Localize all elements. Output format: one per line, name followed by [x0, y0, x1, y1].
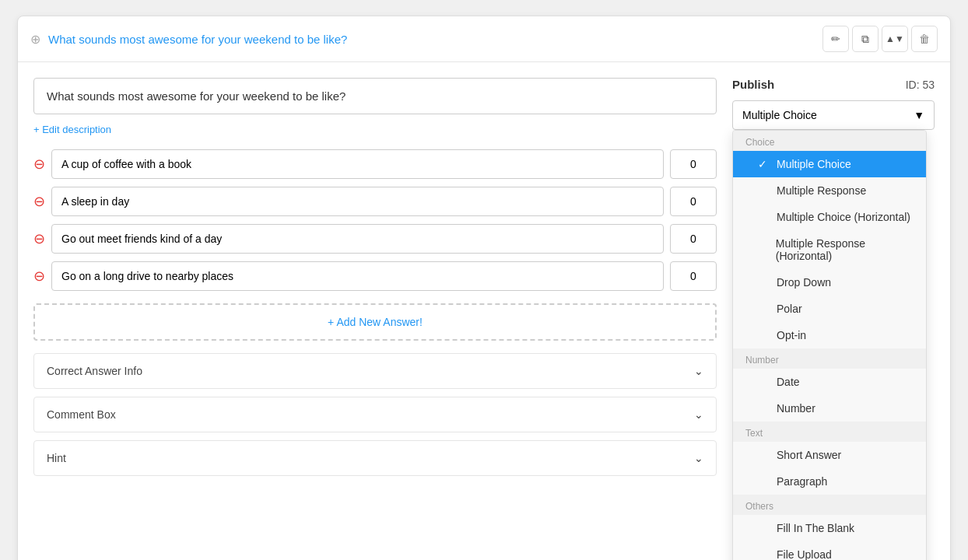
answer-row: ⊖: [33, 149, 717, 179]
sections: Correct Answer Info ⌄ Comment Box ⌄ Hint…: [33, 353, 717, 476]
dropdown-item-short-answer[interactable]: Short Answer: [733, 442, 926, 468]
section-label: Hint: [47, 452, 66, 464]
remove-answer-button[interactable]: ⊖: [33, 232, 45, 246]
copy-button[interactable]: ⧉: [852, 26, 879, 52]
dropdown-item-multiple-choice[interactable]: ✓ Multiple Choice: [733, 151, 926, 177]
answer-text-input[interactable]: [51, 149, 664, 179]
add-answer-button[interactable]: + Add New Answer!: [33, 303, 717, 341]
edit-description-link[interactable]: + Edit description: [33, 124, 111, 135]
question-card: ⊕ What sounds most awesome for your week…: [17, 16, 951, 560]
remove-answer-button[interactable]: ⊖: [33, 269, 45, 283]
answer-text-input[interactable]: [51, 224, 664, 254]
answer-row: ⊖: [33, 261, 717, 291]
dropdown-item-multiple-response-horizontal[interactable]: Multiple Response (Horizontal): [733, 230, 926, 269]
dropdown-item-label: Polar: [777, 303, 802, 315]
dropdown-item-fill-in-the-blank[interactable]: Fill In The Blank: [733, 515, 926, 541]
answers-list: ⊖ ⊖ ⊖ ⊖: [33, 149, 717, 291]
dropdown-item-label: Multiple Choice: [777, 158, 851, 170]
dropdown-group-label: Text: [733, 422, 926, 442]
dropdown-item-label: Number: [777, 402, 815, 415]
dropdown-group-label: Choice: [733, 131, 926, 151]
dropdown-item-label: File Upload: [777, 548, 832, 560]
answer-score-input[interactable]: [670, 149, 717, 179]
chevron-down-icon: ⌄: [694, 365, 703, 377]
chevron-down-icon: ⌄: [694, 452, 703, 464]
dropdown-item-drop-down[interactable]: Drop Down: [733, 269, 926, 296]
dropdown-selected-value: Multiple Choice: [742, 109, 817, 121]
dropdown-trigger[interactable]: Multiple Choice ▼: [732, 100, 935, 130]
header-left: ⊕ What sounds most awesome for your week…: [30, 32, 347, 47]
question-type-dropdown[interactable]: Multiple Choice ▼ Choice ✓ Multiple Choi…: [732, 100, 935, 560]
section-label: Correct Answer Info: [47, 365, 142, 377]
answer-score-input[interactable]: [670, 187, 717, 216]
publish-header: Publish ID: 53: [732, 78, 935, 91]
dropdown-arrow-icon: ▼: [914, 109, 924, 121]
collapsible-section[interactable]: Comment Box ⌄: [33, 397, 717, 432]
answer-score-input[interactable]: [670, 261, 717, 291]
sidebar: Publish ID: 53 Multiple Choice ▼ Choice …: [732, 78, 935, 560]
dropdown-item-multiple-response[interactable]: Multiple Response: [733, 177, 926, 204]
remove-answer-button[interactable]: ⊖: [33, 157, 45, 171]
remove-answer-button[interactable]: ⊖: [33, 194, 45, 208]
answer-row: ⊖: [33, 187, 717, 216]
drag-icon: ⊕: [30, 32, 40, 47]
main-content: + Edit description ⊖ ⊖ ⊖ ⊖ + Add New Ans…: [33, 78, 717, 560]
dropdown-item-label: Date: [777, 376, 800, 388]
collapsible-section[interactable]: Correct Answer Info ⌄: [33, 353, 717, 389]
collapsible-section[interactable]: Hint ⌄: [33, 440, 717, 476]
question-input[interactable]: [33, 78, 717, 114]
answer-text-input[interactable]: [51, 261, 664, 291]
dropdown-menu: Choice ✓ Multiple Choice Multiple Respon…: [732, 130, 927, 560]
section-label: Comment Box: [47, 408, 116, 421]
publish-id: ID: 53: [906, 79, 935, 91]
check-icon: ✓: [758, 158, 770, 170]
dropdown-item-label: Fill In The Blank: [777, 522, 854, 534]
chevron-down-icon: ⌄: [694, 408, 703, 421]
question-title-header: What sounds most awesome for your weeken…: [48, 33, 347, 46]
dropdown-item-opt-in[interactable]: Opt-in: [733, 322, 926, 348]
dropdown-item-label: Paragraph: [777, 475, 827, 488]
dropdown-item-polar[interactable]: Polar: [733, 296, 926, 322]
dropdown-item-file-upload[interactable]: File Upload: [733, 541, 926, 560]
answer-score-input[interactable]: [670, 224, 717, 254]
dropdown-item-paragraph[interactable]: Paragraph: [733, 468, 926, 495]
delete-button[interactable]: 🗑: [911, 26, 938, 52]
dropdown-item-label: Short Answer: [777, 449, 841, 461]
answer-text-input[interactable]: [51, 187, 664, 216]
dropdown-group-label: Number: [733, 348, 926, 369]
dropdown-item-multiple-choice-horizontal[interactable]: Multiple Choice (Horizontal): [733, 204, 926, 230]
card-header: ⊕ What sounds most awesome for your week…: [18, 16, 950, 62]
answer-row: ⊖: [33, 224, 717, 254]
dropdown-item-label: Opt-in: [777, 329, 806, 341]
dropdown-group-label: Others: [733, 495, 926, 515]
card-body: + Edit description ⊖ ⊖ ⊖ ⊖ + Add New Ans…: [18, 62, 950, 560]
dropdown-item-label: Multiple Choice (Horizontal): [777, 211, 910, 223]
dropdown-item-label: Multiple Response: [777, 184, 866, 197]
dropdown-item-label: Drop Down: [777, 276, 831, 289]
dropdown-item-number[interactable]: Number: [733, 395, 926, 422]
header-actions: ✏ ⧉ ▲▼ 🗑: [822, 26, 938, 52]
edit-button[interactable]: ✏: [822, 26, 849, 52]
chart-button[interactable]: ▲▼: [882, 26, 908, 52]
dropdown-item-date[interactable]: Date: [733, 369, 926, 395]
publish-label: Publish: [732, 78, 774, 91]
dropdown-item-label: Multiple Response (Horizontal): [776, 237, 914, 262]
